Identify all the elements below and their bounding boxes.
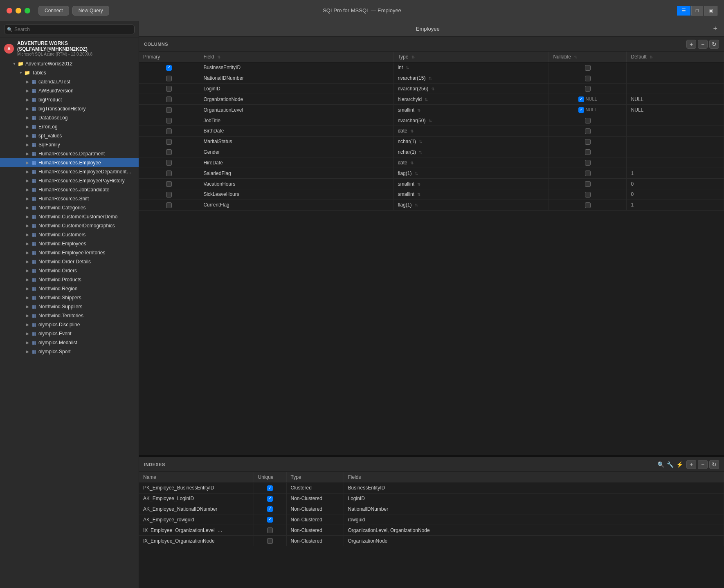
- table-row[interactable]: SickLeaveHours smallint ⇅ 0: [139, 189, 724, 200]
- index-row[interactable]: AK_Employee_rowguid Non-Clustered rowgui…: [139, 514, 724, 525]
- nullable-checkbox-10[interactable]: [585, 171, 591, 176]
- nullable-checkbox-2[interactable]: [585, 86, 591, 92]
- idx-unique-checkbox-5[interactable]: [267, 538, 273, 544]
- tree-item-10[interactable]: ▶ ▦ HumanResources.EmployeeDepartment…: [0, 167, 139, 176]
- tree-item-29[interactable]: ▶ ▦ olympics.Medalist: [0, 338, 139, 347]
- search-input[interactable]: [4, 25, 135, 34]
- nullable-checkbox-12[interactable]: [585, 192, 591, 197]
- table-row[interactable]: JobTitle nvarchar(50) ⇅: [139, 115, 724, 126]
- index-row[interactable]: IX_Employee_OrganizationNode Non-Cluster…: [139, 536, 724, 546]
- index-row[interactable]: AK_Employee_NationalIDNumber Non-Cluster…: [139, 504, 724, 514]
- new-query-button[interactable]: New Query: [72, 6, 109, 16]
- primary-checkbox-5[interactable]: [166, 118, 172, 123]
- tree-item-12[interactable]: ▶ ▦ HumanResources.JobCandidate: [0, 185, 139, 194]
- idx-unique-checkbox-2[interactable]: [267, 506, 273, 512]
- add-tab-button[interactable]: +: [711, 25, 719, 33]
- primary-checkbox-0[interactable]: [166, 65, 172, 71]
- tree-item-1[interactable]: ▶ ▦ AWBuildVersion: [0, 86, 139, 95]
- table-row[interactable]: NationalIDNumber nvarchar(15) ⇅: [139, 73, 724, 83]
- nullable-checkbox-6[interactable]: [585, 128, 591, 134]
- idx-unique-checkbox-3[interactable]: [267, 517, 273, 523]
- tree-item-adventureworks[interactable]: ▼ 📁 AdventureWorks2012: [0, 59, 139, 68]
- indexes-refresh-button[interactable]: ↻: [709, 460, 719, 469]
- maximize-button[interactable]: [25, 8, 30, 13]
- tree-item-3[interactable]: ▶ ▦ bigTransactionHistory: [0, 104, 139, 113]
- primary-checkbox-3[interactable]: [166, 97, 172, 102]
- tree-item-30[interactable]: ▶ ▦ olympics.Sport: [0, 347, 139, 356]
- nullable-checkbox-0[interactable]: [585, 65, 591, 71]
- nullable-checkbox-7[interactable]: [585, 139, 591, 145]
- tree-item-6[interactable]: ▶ ▦ spt_values: [0, 131, 139, 140]
- indexes-lightning-icon[interactable]: ⚡: [676, 461, 683, 468]
- tree-item-7[interactable]: ▶ ▦ SqlFamily: [0, 140, 139, 149]
- connect-button[interactable]: Connect: [38, 6, 69, 16]
- columns-add-button[interactable]: +: [686, 40, 696, 49]
- nullable-checkbox-9[interactable]: [585, 160, 591, 166]
- indexes-add-button[interactable]: +: [686, 460, 696, 469]
- primary-checkbox-1[interactable]: [166, 76, 172, 81]
- index-row[interactable]: IX_Employee_OrganizationLevel_… Non-Clus…: [139, 525, 724, 536]
- nullable-checkbox-5[interactable]: [585, 118, 591, 123]
- tree-item-tables[interactable]: ▼ 📁 Tables: [0, 68, 139, 77]
- tree-item-11[interactable]: ▶ ▦ HumanResources.EmployeePayHistory: [0, 176, 139, 185]
- primary-checkbox-11[interactable]: [166, 181, 172, 187]
- tree-item-8[interactable]: ▶ ▦ HumanResources.Department: [0, 149, 139, 158]
- table-row[interactable]: OrganizationLevel smallint ⇅ NULL NULL: [139, 105, 724, 115]
- close-button[interactable]: [7, 8, 12, 13]
- tree-item-24[interactable]: ▶ ▦ Northwind.Shippers: [0, 293, 139, 302]
- table-row[interactable]: VacationHours smallint ⇅ 0: [139, 179, 724, 189]
- tree-item-15[interactable]: ▶ ▦ Northwind.CustomerCustomerDemo: [0, 212, 139, 221]
- primary-checkbox-9[interactable]: [166, 160, 172, 166]
- idx-unique-checkbox-4[interactable]: [267, 527, 273, 533]
- primary-checkbox-2[interactable]: [166, 86, 172, 92]
- table-row[interactable]: MaritalStatus nchar(1) ⇅: [139, 136, 724, 147]
- view-sidebar-button[interactable]: ☰: [677, 6, 690, 16]
- nullable-checkbox-11[interactable]: [585, 181, 591, 187]
- table-row[interactable]: BusinessEntityID int ⇅: [139, 63, 724, 73]
- idx-unique-checkbox-0[interactable]: [267, 485, 273, 491]
- columns-refresh-button[interactable]: ↻: [709, 40, 719, 49]
- tree-item-14[interactable]: ▶ ▦ Northwind.Categories: [0, 203, 139, 212]
- tree-item-22[interactable]: ▶ ▦ Northwind.Products: [0, 275, 139, 284]
- tree-item-17[interactable]: ▶ ▦ Northwind.Customers: [0, 230, 139, 239]
- index-row[interactable]: PK_Employee_BusinessEntityID Clustered B…: [139, 483, 724, 494]
- primary-checkbox-8[interactable]: [166, 149, 172, 155]
- index-row[interactable]: AK_Employee_LoginID Non-Clustered LoginI…: [139, 493, 724, 504]
- table-row[interactable]: BirthDate date ⇅: [139, 126, 724, 136]
- primary-checkbox-6[interactable]: [166, 128, 172, 134]
- tree-item-26[interactable]: ▶ ▦ Northwind.Territories: [0, 311, 139, 320]
- nullable-checkbox-1[interactable]: [585, 76, 591, 81]
- table-row[interactable]: OrganizationNode hierarchyid ⇅ NULL NULL: [139, 94, 724, 105]
- table-row[interactable]: LoginID nvarchar(256) ⇅: [139, 83, 724, 94]
- indexes-table-scroll[interactable]: Name Unique Type Fields PK_Employee_Busi…: [139, 472, 724, 588]
- primary-checkbox-12[interactable]: [166, 192, 172, 197]
- nullable-checkbox-8[interactable]: [585, 149, 591, 155]
- tree-item-28[interactable]: ▶ ▦ olympics.Event: [0, 329, 139, 338]
- primary-checkbox-7[interactable]: [166, 139, 172, 145]
- idx-unique-checkbox-1[interactable]: [267, 496, 273, 502]
- tree-item-5[interactable]: ▶ ▦ ErrorLog: [0, 122, 139, 131]
- tree-item-4[interactable]: ▶ ▦ DatabaseLog: [0, 113, 139, 122]
- columns-table-scroll[interactable]: Primary Field ⇅ Type ⇅ Nullable ⇅ Defaul…: [139, 52, 724, 455]
- tree-item-21[interactable]: ▶ ▦ Northwind.Orders: [0, 266, 139, 275]
- tree-item-25[interactable]: ▶ ▦ Northwind.Suppliers: [0, 302, 139, 311]
- view-split-button[interactable]: □: [691, 6, 703, 16]
- tree-item-27[interactable]: ▶ ▦ olympics.Discipline: [0, 320, 139, 329]
- primary-checkbox-4[interactable]: [166, 107, 172, 113]
- tree-item-2[interactable]: ▶ ▦ bigProduct: [0, 95, 139, 104]
- tree-item-18[interactable]: ▶ ▦ Northwind.Employees: [0, 239, 139, 248]
- tree-item-13[interactable]: ▶ ▦ HumanResources.Shift: [0, 194, 139, 203]
- table-row[interactable]: SalariedFlag flag(1) ⇅ 1: [139, 168, 724, 179]
- table-row[interactable]: Gender nchar(1) ⇅: [139, 147, 724, 157]
- columns-remove-button[interactable]: −: [698, 40, 708, 49]
- view-full-button[interactable]: ▣: [704, 6, 717, 16]
- tree-item-0[interactable]: ▶ ▦ calendar.ATest: [0, 77, 139, 86]
- primary-checkbox-10[interactable]: [166, 171, 172, 176]
- primary-checkbox-13[interactable]: [166, 202, 172, 208]
- tree-item-9[interactable]: ▶ ▦ HumanResources.Employee: [0, 158, 139, 167]
- tree-item-23[interactable]: ▶ ▦ Northwind.Region: [0, 284, 139, 293]
- table-row[interactable]: CurrentFlag flag(1) ⇅ 1: [139, 200, 724, 210]
- minimize-button[interactable]: [16, 8, 21, 13]
- indexes-remove-button[interactable]: −: [698, 460, 708, 469]
- table-row[interactable]: HireDate date ⇅: [139, 157, 724, 168]
